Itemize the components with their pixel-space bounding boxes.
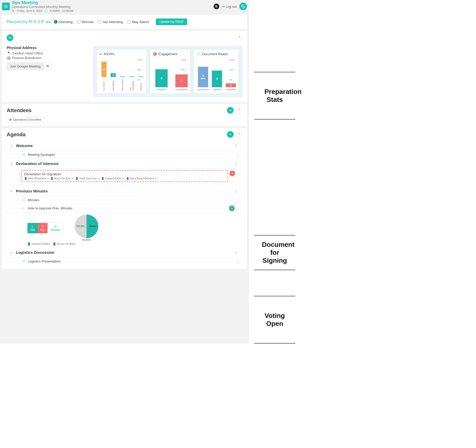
doc-icon: 📄 [22,260,25,263]
meeting-title: Ops Meeting [12,1,214,5]
rsvp-option-may-attend[interactable]: May Attend [127,20,149,24]
chevron-down-icon: ⌄ [10,251,13,254]
doc-icon: 📄 [22,153,25,157]
chevron-down-icon: ⌄ [10,162,13,165]
signers-list: 👤Alice Wonderful ✕ 👤Bruce De Beer ✕ 👤Tes… [24,177,225,180]
rsvp-option-not-attending[interactable]: Not Attending [98,20,123,24]
annotation-prep-stats: Preparation Stats [254,72,295,120]
copy-link-button[interactable]: ⧉ [44,62,52,70]
rsvp-card: Record my R.S.V.P. as: Attending Remote … [2,15,247,29]
person-icon: 👤 [126,177,129,180]
menu-dots-icon[interactable]: ⋮ [233,250,239,255]
location-heading: Physical Address [7,46,83,50]
menu-button[interactable] [2,3,10,10]
attendees-card: Attendees + ⌃ 🏛 Operations Committee [2,104,247,126]
location-office: Sandton Head Office [12,51,43,55]
svg-point-3 [10,37,10,38]
join-meeting-button[interactable]: Join Google Meeting [7,63,44,70]
attendees-title: Attendees [7,108,32,113]
menu-dots-icon[interactable]: ⋮ [235,173,241,177]
doc-icon: 📄 [196,52,201,56]
voters-list: 👤 Howard Rybko 👤 Bruce De Beer [6,240,243,248]
menu-dots-icon[interactable]: ⋮ [235,207,241,211]
eye-icon [8,36,12,40]
add-agenda-button[interactable]: + [227,131,234,138]
settings-button[interactable] [239,3,247,10]
rsvp-option-remote[interactable]: Remote [77,20,94,24]
pin-icon: 📍 [7,51,11,55]
person-icon: 👤 [27,242,31,245]
svg-point-1 [243,6,245,8]
calendar-icon: 🗓 [12,9,15,12]
person-icon: 👤 [53,242,56,245]
location-room: Finance Boardroom [12,56,41,60]
visibility-button[interactable] [7,34,13,41]
collapse-agenda-button[interactable]: ⌃ [236,131,242,138]
vote-pie-chart: Yes (50... Abstain... No (0%) [75,215,98,238]
agenda-group-previous-minutes[interactable]: ⌄ Previous Minutes ⋮ [6,186,243,196]
building-icon: 🏢 [7,56,11,60]
chevron-up-icon: ⌃ [238,36,240,40]
agenda-item-minutes[interactable]: 📄 Minutes ⋮ [6,196,243,204]
meeting-date: Friday, June 9, 2023 [17,9,42,12]
committee-tag[interactable]: 🏛 Operations Committee [7,117,44,122]
rsvp-options: Attending Remote Not Attending May Atten… [54,20,149,24]
chevron-down-icon: ⌄ [10,144,13,147]
gear-icon [241,4,245,8]
chevron-up-icon: ⌃ [238,133,240,136]
stats-row: ↩RSVPs 4No RSVP 1Attending May Attend No… [93,46,242,97]
agenda-item-logistics-presentation[interactable]: 📄 Logistics Presentation ⋮ [6,257,243,265]
annotation-sign-doc: Document for Signing [254,235,295,270]
svg-point-0 [242,5,243,7]
vote-icon: ✓ [22,207,25,210]
reply-icon: ↩ [99,52,102,56]
menu-dots-icon[interactable]: ⋮ [233,144,239,148]
vote-abstain-button[interactable]: ⊘Abstain [47,223,63,233]
person-icon: 👤 [24,177,27,180]
header-titles: Ops Meeting Operations Committee Monthly… [12,1,214,13]
avatar[interactable]: B [214,4,219,9]
rsvps-chart: ↩RSVPs 4No RSVP 1Attending May Attend No… [97,49,147,94]
person-icon: 👤 [50,177,53,180]
menu-dots-icon[interactable]: ⋮ [233,162,239,166]
org-icon: 🏛 [9,118,12,121]
logout-icon: ↪ [222,5,225,8]
rsvp-option-attending[interactable]: Attending [54,20,73,24]
person-icon: 👤 [75,177,78,180]
vote-yes-button[interactable]: ✓Yes [27,223,38,233]
update-rsvp-button[interactable]: Update my RSVP [156,18,187,25]
menu-dots-icon[interactable]: ⋮ [235,260,241,264]
annotations-column: Preparation Stats Document for Signing V… [249,0,476,344]
engagement-chart: 🎯Engagement 3Prepared 2Unprepared 100%50… [150,49,191,94]
meeting-time: 8:00AM - 10:00AM [50,9,73,12]
logout-link[interactable]: ↪ Log out [222,5,237,8]
agenda-item-apologies[interactable]: 📄 Meeting Apologies ⋮ [6,151,243,159]
annotation-voting-open: Voting Open [254,296,295,344]
collapse-details-button[interactable]: ⌃ [236,34,242,41]
copy-icon: ⧉ [46,64,49,68]
declaration-signing-doc[interactable]: Declaration for Signature ✎ 👤Alice Wonde… [21,170,228,182]
header-bar: Ops Meeting Operations Committee Monthly… [0,0,249,13]
sign-badge-icon: ✎ [230,171,235,176]
agenda-group-declaration[interactable]: ⌄ Declaration of Interests ⋮ [6,159,243,169]
document-reads-chart: 📄Document Reads 550%Documents 4Opened 1U… [194,49,239,94]
add-attendee-button[interactable]: + [227,107,234,114]
chevron-down-icon: ⌄ [10,189,13,193]
agenda-item-vote[interactable]: ✓ Vote to Approve Prev. Minutes 🔓 ⋮ [6,204,243,212]
collapse-attendees-button[interactable]: ⌃ [236,107,242,114]
menu-dots-icon[interactable]: ⋮ [235,199,241,203]
agenda-group-welcome[interactable]: ⌄ Welcome ⋮ [6,141,243,151]
agenda-card: Agenda + ⌃ ⌄ Welcome ⋮ 📄 Meeting Apologi… [2,128,247,269]
vote-controls: ✓Yes ✕No ⊘Abstain Yes (50... Abstain... … [6,212,243,240]
location-block: Physical Address 📍Sandton Head Office 🏢F… [7,46,83,97]
menu-dots-icon[interactable]: ⋮ [233,189,239,193]
agenda-group-logistics[interactable]: ⌄ Logistics Discussion ⋮ [6,248,243,257]
clock-icon: 🕘 [44,9,48,13]
details-card: ⌃ Physical Address 📍Sandton Head Office … [2,31,247,102]
vote-no-button[interactable]: ✕No [38,223,47,233]
vote-open-badge-icon: 🔓 [229,206,235,211]
menu-dots-icon[interactable]: ⋮ [235,153,241,157]
chevron-up-icon: ⌃ [238,109,240,112]
meeting-subtitle: Operations Committee Monthly Meeting [12,5,214,9]
person-icon: 👤 [101,177,104,180]
